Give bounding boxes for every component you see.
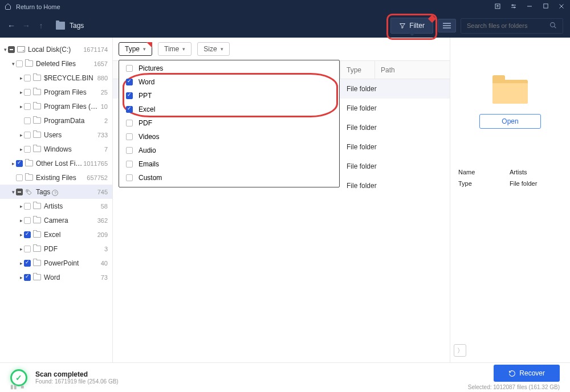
checkbox[interactable]: [126, 174, 133, 181]
type-option[interactable]: Excel: [119, 103, 339, 116]
checkbox[interactable]: [16, 189, 23, 195]
close-icon[interactable]: [557, 3, 565, 11]
next-page-button[interactable]: 〉: [454, 344, 466, 357]
type-option[interactable]: Audio: [119, 144, 339, 157]
chevron-down-icon: ▾: [143, 46, 146, 52]
export-icon[interactable]: [494, 3, 502, 11]
checkbox[interactable]: [126, 79, 133, 85]
checkbox[interactable]: [24, 146, 31, 153]
expand-icon[interactable]: ▾: [10, 61, 16, 67]
expand-icon[interactable]: ▸: [18, 203, 24, 209]
expand-icon[interactable]: ▸: [18, 218, 24, 223]
tree-count: 58: [101, 203, 108, 210]
type-option[interactable]: Videos: [119, 130, 339, 144]
expand-icon[interactable]: ▸: [18, 246, 24, 252]
checkbox[interactable]: [24, 132, 31, 138]
search-box[interactable]: [461, 18, 563, 34]
tree-row[interactable]: ▾Local Disk(C:)1671174: [0, 42, 112, 56]
tree-label: PDF: [44, 245, 104, 253]
type-dropdown-panel: PicturesWordPPTExcelPDFVideosAudioEmails…: [119, 60, 340, 187]
maximize-icon[interactable]: [542, 3, 549, 11]
recover-button[interactable]: Recover: [494, 365, 560, 382]
expand-icon[interactable]: ▸: [18, 89, 24, 95]
tree-row[interactable]: ▸Artists58: [0, 199, 112, 213]
checkbox[interactable]: [126, 106, 133, 113]
tree-row[interactable]: ▸Word73: [0, 270, 112, 284]
checkbox[interactable]: [16, 174, 23, 181]
tree-row[interactable]: ▾Deleted Files1657: [0, 56, 112, 71]
type-filter-dropdown[interactable]: Type ▾: [119, 42, 152, 56]
tree-row[interactable]: ▾Tags?745: [0, 185, 112, 199]
tree-row[interactable]: ▸Users733: [0, 128, 112, 142]
checkbox[interactable]: [126, 147, 133, 154]
checkbox[interactable]: [16, 160, 23, 167]
expand-icon[interactable]: ▸: [18, 75, 24, 81]
view-mode-button[interactable]: [438, 19, 456, 32]
svg-point-5: [27, 191, 28, 192]
tree-row[interactable]: Existing Files657752: [0, 170, 112, 185]
open-button[interactable]: Open: [479, 114, 541, 129]
type-option[interactable]: Pictures: [119, 62, 339, 75]
checkbox[interactable]: [24, 89, 31, 96]
expand-icon[interactable]: ▸: [18, 260, 24, 266]
col-path[interactable]: Path: [375, 61, 450, 79]
settings-icon[interactable]: [510, 3, 518, 11]
up-button[interactable]: ↑: [36, 21, 46, 30]
pause-icon[interactable]: ▮▮: [10, 383, 17, 390]
back-button[interactable]: ←: [7, 21, 16, 30]
tree-row[interactable]: ▸Other Lost Files1011765: [0, 156, 112, 170]
expand-icon[interactable]: ▸: [18, 232, 24, 238]
expand-icon[interactable]: ▸: [18, 275, 24, 280]
checkbox[interactable]: [24, 117, 31, 124]
expand-icon[interactable]: ▸: [10, 161, 16, 166]
checkbox[interactable]: [126, 92, 133, 99]
checkbox[interactable]: [126, 161, 133, 168]
type-option[interactable]: Custom: [119, 171, 339, 185]
tree-row[interactable]: ▸Excel209: [0, 227, 112, 242]
tree-row[interactable]: ▸Program Files (x86)10: [0, 99, 112, 113]
checkbox[interactable]: [126, 133, 133, 140]
tree-row[interactable]: ▸Camera362: [0, 213, 112, 227]
time-filter-label: Time: [164, 45, 179, 53]
stop-icon[interactable]: ■: [21, 383, 24, 390]
title-bar: Return to Home: [0, 0, 570, 14]
tree-row[interactable]: ▸PowerPoint40: [0, 256, 112, 270]
checkbox[interactable]: [24, 203, 31, 210]
checkbox[interactable]: [24, 260, 31, 267]
forward-button[interactable]: →: [22, 21, 31, 30]
tree-row[interactable]: ▸Windows7: [0, 142, 112, 156]
tree-row[interactable]: ▸Program Files25: [0, 85, 112, 99]
return-home-link[interactable]: Return to Home: [16, 3, 60, 10]
time-filter-dropdown[interactable]: Time ▾: [158, 42, 192, 56]
expand-icon[interactable]: ▾: [10, 189, 16, 195]
checkbox[interactable]: [24, 103, 31, 110]
checkbox[interactable]: [24, 217, 31, 224]
col-type[interactable]: Type: [341, 61, 375, 79]
checkbox[interactable]: [24, 231, 31, 238]
expand-icon[interactable]: ▾: [2, 47, 8, 52]
search-input[interactable]: [467, 22, 549, 29]
type-option[interactable]: Emails: [119, 157, 339, 171]
tree-row[interactable]: ProgramData2: [0, 113, 112, 128]
minimize-icon[interactable]: [526, 3, 534, 11]
expand-icon[interactable]: ▸: [18, 132, 24, 138]
type-option[interactable]: Word: [119, 75, 339, 89]
checkbox[interactable]: [16, 60, 23, 67]
checkbox[interactable]: [24, 75, 31, 81]
tree-row[interactable]: ▸$RECYCLE.BIN880: [0, 71, 112, 85]
expand-icon[interactable]: ▸: [18, 146, 24, 152]
expand-icon[interactable]: ▸: [18, 104, 24, 109]
type-option[interactable]: PPT: [119, 89, 339, 103]
checkbox[interactable]: [24, 246, 31, 252]
search-icon[interactable]: [549, 22, 557, 30]
checkbox[interactable]: [24, 274, 31, 281]
tree-row[interactable]: ▸PDF3: [0, 242, 112, 256]
size-filter-dropdown[interactable]: Size ▾: [197, 42, 229, 56]
checkbox[interactable]: [126, 120, 133, 126]
checkbox[interactable]: [8, 46, 15, 53]
checkbox[interactable]: [126, 65, 133, 72]
type-option[interactable]: PDF: [119, 116, 339, 130]
breadcrumb-text: Tags: [70, 22, 84, 30]
home-icon[interactable]: [5, 3, 11, 11]
help-icon[interactable]: ?: [52, 190, 58, 196]
